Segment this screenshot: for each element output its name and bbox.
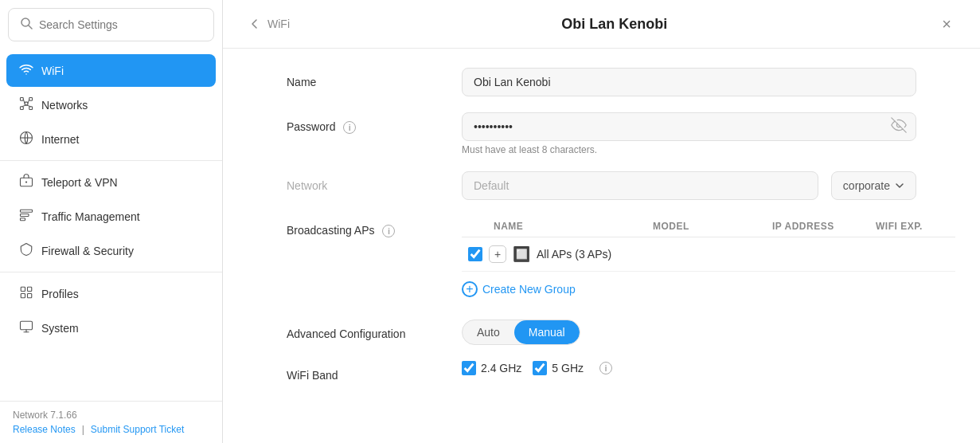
- sidebar-item-wifi[interactable]: WiFi: [6, 54, 216, 87]
- svg-rect-15: [21, 210, 33, 212]
- svg-line-9: [21, 105, 26, 107]
- sidebar-nav: WiFi Networks: [0, 49, 222, 401]
- create-group-label: Create New Group: [482, 283, 576, 296]
- back-button[interactable]: WiFi: [248, 18, 290, 30]
- svg-rect-18: [21, 287, 25, 291]
- sidebar-item-label-wifi: WiFi: [41, 65, 64, 77]
- svg-line-8: [28, 99, 29, 104]
- password-hint: Must have at least 8 characters.: [462, 144, 916, 155]
- password-wrap: [462, 112, 916, 141]
- close-button[interactable]: ×: [939, 13, 955, 35]
- sidebar-item-label-system: System: [41, 322, 79, 335]
- wifi-icon: [19, 62, 33, 79]
- broadcasting-info-icon[interactable]: i: [382, 225, 395, 237]
- back-arrow-icon: [248, 18, 261, 30]
- page-title: Obi Lan Kenobi: [561, 16, 667, 33]
- name-row: Name: [287, 68, 916, 96]
- band-24-label[interactable]: 2.4 GHz: [462, 361, 521, 375]
- svg-rect-6: [21, 107, 24, 110]
- network-label: Network: [287, 171, 462, 192]
- eye-off-icon: [891, 117, 907, 133]
- sidebar-item-label-vpn: Teleport & VPN: [41, 176, 118, 189]
- svg-line-1: [29, 25, 32, 29]
- svg-rect-19: [28, 287, 32, 291]
- sidebar-item-firewall[interactable]: Firewall & Security: [6, 234, 216, 267]
- search-bar[interactable]: [8, 8, 214, 41]
- sidebar-item-traffic[interactable]: Traffic Management: [6, 200, 216, 233]
- sidebar-item-networks[interactable]: Networks: [6, 88, 216, 121]
- create-group-button[interactable]: + Create New Group: [462, 275, 576, 304]
- toggle-auto-button[interactable]: Auto: [463, 320, 514, 344]
- wifi-band-label: WiFi Band: [287, 361, 462, 382]
- name-input[interactable]: [462, 68, 916, 96]
- password-control: Must have at least 8 characters.: [462, 112, 916, 155]
- sidebar-item-label-firewall: Firewall & Security: [41, 245, 134, 257]
- col-model: MODEL: [653, 221, 772, 232]
- svg-rect-21: [28, 294, 32, 298]
- system-icon: [19, 320, 33, 336]
- version-label: Network 7.1.66: [13, 410, 209, 421]
- wifi-band-options: 2.4 GHz 5 GHz i: [462, 361, 916, 375]
- svg-rect-22: [21, 321, 33, 330]
- sidebar-item-internet[interactable]: Internet: [6, 123, 216, 155]
- svg-rect-2: [21, 98, 24, 101]
- network-corporate-select[interactable]: corporate: [831, 171, 916, 200]
- band-5-label[interactable]: 5 GHz: [533, 361, 584, 375]
- form-body: Name Password i: [223, 49, 980, 443]
- support-ticket-link[interactable]: Submit Support Ticket: [91, 424, 184, 435]
- internet-icon: [19, 131, 33, 147]
- sidebar-item-label-traffic: Traffic Management: [41, 210, 140, 223]
- password-info-icon[interactable]: i: [343, 121, 356, 134]
- firewall-icon: [19, 242, 33, 259]
- advanced-config-control: Auto Manual: [462, 320, 916, 345]
- chevron-down-icon: [895, 181, 904, 190]
- ap-all-label: All APs (3 APs): [537, 248, 611, 261]
- wifi-band-control: 2.4 GHz 5 GHz i: [462, 361, 916, 375]
- sidebar-item-system[interactable]: System: [6, 312, 216, 344]
- svg-rect-20: [21, 294, 25, 298]
- ap-row: + 🔲 All APs (3 APs): [462, 237, 955, 272]
- sidebar: WiFi Networks: [0, 0, 223, 443]
- wifi-band-row: WiFi Band 2.4 GHz 5 GHz i: [287, 361, 916, 382]
- broadcasting-control: NAME MODEL IP ADDRESS WIFI EXP. + 🔲 All …: [462, 216, 955, 304]
- band-24-text: 2.4 GHz: [481, 362, 521, 374]
- network-row: Network corporate: [287, 171, 916, 200]
- password-input[interactable]: [462, 112, 916, 141]
- col-name: NAME: [494, 221, 653, 232]
- search-icon: [20, 17, 33, 33]
- band-5-checkbox[interactable]: [533, 361, 547, 375]
- password-label: Password i: [287, 112, 462, 134]
- svg-rect-17: [21, 218, 25, 221]
- svg-line-7: [23, 99, 25, 104]
- band-24-checkbox[interactable]: [462, 361, 476, 375]
- ap-checkbox[interactable]: [468, 247, 482, 261]
- name-control: [462, 68, 916, 96]
- advanced-config-toggle-group: Auto Manual: [462, 320, 580, 345]
- advanced-config-label: Advanced Configuration: [287, 320, 462, 340]
- traffic-icon: [19, 208, 33, 225]
- sidebar-item-vpn[interactable]: Teleport & VPN: [6, 166, 216, 198]
- main-content: WiFi Obi Lan Kenobi × Name Password i: [223, 0, 980, 443]
- release-notes-link[interactable]: Release Notes: [13, 424, 76, 435]
- sidebar-item-label-profiles: Profiles: [41, 288, 79, 300]
- wifi-band-info-icon[interactable]: i: [599, 362, 612, 374]
- network-default-input[interactable]: [462, 171, 818, 200]
- network-control: corporate: [462, 171, 916, 200]
- search-input[interactable]: [39, 18, 202, 31]
- col-wifi: WIFI EXP.: [876, 221, 955, 232]
- sidebar-item-label-internet: Internet: [41, 133, 79, 146]
- svg-point-14: [25, 181, 27, 182]
- ap-table-header: NAME MODEL IP ADDRESS WIFI EXP.: [462, 216, 955, 237]
- sidebar-item-profiles[interactable]: Profiles: [6, 277, 216, 310]
- broadcasting-label: Broadcasting APs i: [287, 216, 462, 237]
- toggle-manual-button[interactable]: Manual: [514, 320, 580, 344]
- networks-icon: [19, 96, 33, 113]
- profiles-icon: [19, 285, 33, 302]
- password-toggle-button[interactable]: [891, 117, 907, 136]
- vpn-icon: [19, 174, 33, 190]
- svg-rect-5: [29, 98, 33, 101]
- svg-rect-4: [29, 107, 33, 110]
- ap-expand-button[interactable]: +: [489, 245, 506, 263]
- svg-rect-16: [21, 214, 29, 217]
- ap-device-icon: 🔲: [513, 245, 530, 263]
